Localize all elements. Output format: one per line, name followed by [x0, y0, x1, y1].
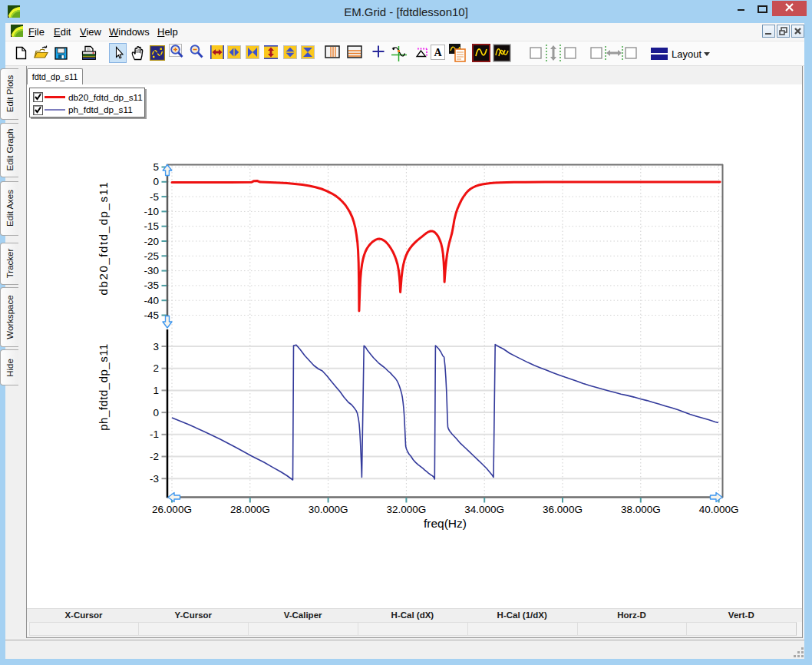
svg-text:36.000G: 36.000G: [543, 504, 583, 515]
svg-text:34.000G: 34.000G: [464, 504, 504, 515]
svg-text:1: 1: [153, 385, 159, 396]
svg-text:-5: -5: [150, 191, 159, 203]
svg-text:30.000G: 30.000G: [309, 504, 348, 515]
svg-text:0: 0: [153, 176, 159, 187]
svg-text:0: 0: [153, 407, 159, 419]
svg-text:-10: -10: [144, 206, 159, 217]
svg-text:28.000G: 28.000G: [230, 504, 270, 515]
svg-text:2: 2: [153, 362, 159, 374]
svg-text:ph_fdtd_dp_s11: ph_fdtd_dp_s11: [97, 343, 110, 431]
svg-text:38.000G: 38.000G: [621, 504, 661, 515]
svg-text:-1: -1: [150, 428, 159, 440]
svg-text:-25: -25: [144, 250, 159, 262]
svg-text:26.000G: 26.000G: [152, 504, 192, 515]
svg-text:32.000G: 32.000G: [387, 504, 427, 515]
svg-text:-15: -15: [144, 220, 159, 232]
svg-text:-20: -20: [144, 236, 159, 247]
svg-text:3: 3: [153, 341, 159, 352]
svg-text:-2: -2: [150, 451, 159, 462]
svg-text:-3: -3: [150, 473, 159, 485]
svg-text:freq(Hz): freq(Hz): [424, 517, 467, 530]
svg-text:-30: -30: [144, 265, 159, 276]
svg-text:5: 5: [153, 161, 159, 173]
svg-text:db20_fdtd_dp_s11: db20_fdtd_dp_s11: [97, 181, 110, 296]
svg-text:40.000G: 40.000G: [699, 504, 739, 515]
svg-text:-45: -45: [144, 309, 159, 321]
svg-text:-35: -35: [144, 280, 159, 291]
svg-text:-40: -40: [144, 295, 159, 306]
